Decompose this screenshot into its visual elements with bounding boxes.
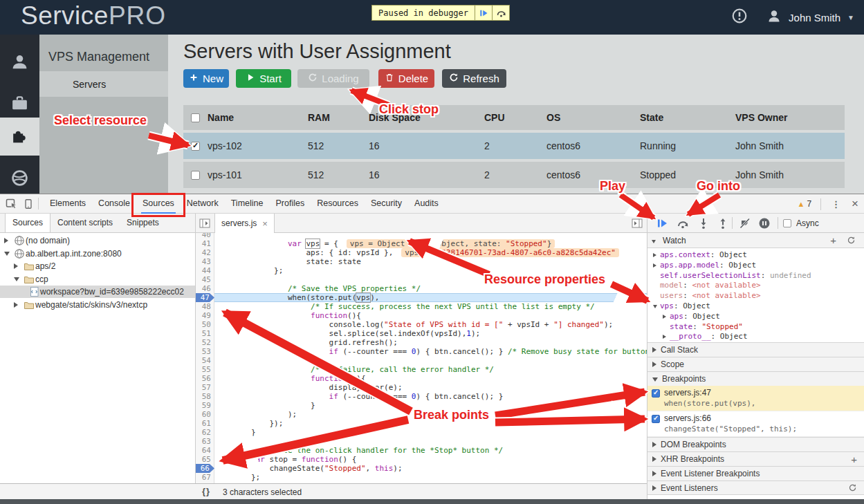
row-checkbox[interactable] xyxy=(191,171,200,180)
column-header[interactable]: State xyxy=(640,112,735,123)
chevron-right-icon[interactable] xyxy=(14,302,18,308)
step-over-icon[interactable] xyxy=(677,217,689,230)
line-number[interactable]: 56 xyxy=(196,374,211,383)
line-number[interactable]: 62 xyxy=(196,428,211,437)
warning-count[interactable]: 7 xyxy=(807,199,811,209)
column-header[interactable]: OS xyxy=(546,112,640,123)
sidebar-icon-users[interactable] xyxy=(0,43,39,81)
devtools-tab-profiles[interactable]: Profiles xyxy=(269,194,311,214)
code-line-55[interactable]: /* If failure, call the error handler */ xyxy=(214,365,647,374)
code-line-62[interactable]: } xyxy=(214,428,647,437)
device-toolbar-icon[interactable] xyxy=(22,198,35,210)
chevron-right-icon[interactable] xyxy=(14,263,18,269)
subtab-sources[interactable]: Sources xyxy=(5,214,50,232)
start-button[interactable]: Start xyxy=(236,69,291,88)
section-event-listeners[interactable]: Event Listeners xyxy=(647,480,864,495)
code-line-66[interactable]: changeState("Stopped", this); xyxy=(214,464,647,473)
line-number[interactable]: 67 xyxy=(196,473,211,482)
line-number[interactable]: 59 xyxy=(196,401,211,410)
line-number[interactable]: 64 xyxy=(196,446,211,455)
tree-item[interactable]: ccp xyxy=(0,273,196,286)
devtools-tab-console[interactable]: Console xyxy=(92,194,136,214)
column-header[interactable]: RAM xyxy=(308,112,369,123)
add-icon[interactable]: + xyxy=(851,454,857,465)
watch-expression[interactable]: users: <not available> xyxy=(653,291,761,301)
column-header[interactable]: VPS Owner xyxy=(735,112,845,123)
code-line-41[interactable]: var vps = {vps = Object {aps: Object, st… xyxy=(214,239,647,248)
pause-on-exceptions-icon[interactable] xyxy=(758,217,771,230)
code-line-49[interactable]: function(){ xyxy=(214,311,647,320)
line-number[interactable]: 45 xyxy=(196,275,211,284)
brand-logo[interactable]: ServicePRO xyxy=(21,1,166,30)
new-button[interactable]: New xyxy=(183,69,229,88)
watch-expression[interactable]: state: "Stopped" xyxy=(663,322,743,332)
watch-expression[interactable]: self.userSelectionList: undefined xyxy=(653,271,811,281)
row-checkbox[interactable] xyxy=(191,142,200,151)
line-number[interactable]: 49 xyxy=(196,311,211,320)
debugger-step-over-button[interactable] xyxy=(493,5,510,21)
code-line-42[interactable]: aps: { id: vpsId },vpsId = "38146701-73a… xyxy=(214,248,647,257)
tree-item[interactable]: ab.albert.ap.int.zone:8080 xyxy=(0,248,196,260)
code-line-57[interactable]: displayError(e); xyxy=(214,383,647,392)
code-line-48[interactable]: /* If success, process the next VPS unti… xyxy=(214,302,647,311)
code-line-54[interactable]: }, xyxy=(214,356,647,365)
sidebar-icon-briefcase[interactable] xyxy=(0,84,39,122)
subtab-snippets[interactable]: Snippets xyxy=(120,214,166,232)
tree-item[interactable]: workspace?bw_id=639e9858222ecc02 xyxy=(0,286,196,298)
breakpoint-entry[interactable]: servers.js:47when(store.put(vps), xyxy=(647,386,864,411)
alert-icon[interactable] xyxy=(732,8,747,26)
line-number[interactable]: 42 xyxy=(196,248,211,257)
line-number[interactable]: 65 xyxy=(196,455,211,464)
watch-expression[interactable]: vps: Object xyxy=(653,301,710,311)
inspect-element-icon[interactable] xyxy=(5,198,17,210)
refresh-watch-icon[interactable] xyxy=(847,236,856,247)
close-tab-icon[interactable]: × xyxy=(262,218,268,229)
line-number[interactable]: 52 xyxy=(196,338,211,347)
watch-expression[interactable]: __proto__: Object xyxy=(663,332,748,342)
code-line-65[interactable]: var stop = function() { xyxy=(214,455,647,464)
line-number[interactable]: 53 xyxy=(196,347,211,356)
table-row-vps-102[interactable]: vps-102512162centos6RunningJohn Smith xyxy=(183,133,845,159)
watch-expression[interactable]: aps: Object xyxy=(663,312,720,321)
devtools-tab-audits[interactable]: Audits xyxy=(408,194,445,214)
sidebar-icon-puzzle[interactable] xyxy=(0,118,39,156)
watch-expression[interactable]: aps.context: Object xyxy=(653,250,747,260)
line-number[interactable]: 46 xyxy=(196,284,211,293)
devtools-tab-security[interactable]: Security xyxy=(365,194,408,214)
line-number[interactable]: 40 xyxy=(196,233,211,239)
section-xhr-breakpoints[interactable]: XHR Breakpoints+ xyxy=(647,451,864,466)
resume-icon[interactable] xyxy=(656,217,668,230)
line-number[interactable]: 44 xyxy=(196,266,211,275)
sidebar-item-servers[interactable]: Servers xyxy=(39,71,168,97)
line-number[interactable]: 55 xyxy=(196,365,211,374)
add-watch-icon[interactable]: + xyxy=(830,234,836,246)
chevron-right-icon[interactable] xyxy=(4,238,8,243)
step-into-icon[interactable] xyxy=(697,217,710,230)
tree-item[interactable]: aps/2 xyxy=(0,260,196,272)
line-number[interactable]: 61 xyxy=(196,419,211,428)
file-tab-servers-js[interactable]: servers.js× xyxy=(214,214,275,233)
section-call-stack[interactable]: Call Stack xyxy=(647,342,864,357)
deactivate-breakpoints-icon[interactable] xyxy=(739,217,751,230)
chevron-down-icon[interactable] xyxy=(14,277,19,281)
section-breakpoints[interactable]: Breakpoints xyxy=(647,371,864,386)
line-number[interactable]: 50 xyxy=(196,320,211,329)
code-line-58[interactable]: if (--counter === 0) { btn.cancel(); } xyxy=(214,392,647,401)
section-event-listener-breakpoints[interactable]: Event Listener Breakpoints xyxy=(647,466,864,480)
code-line-47[interactable]: when(store.put(vps), xyxy=(214,293,647,302)
breakpoint-checkbox[interactable] xyxy=(652,389,660,398)
show-drawer-icon[interactable] xyxy=(632,218,643,229)
devtools-tab-sources[interactable]: Sources xyxy=(136,194,181,214)
tree-item[interactable]: (no domain) xyxy=(0,234,196,247)
warning-icon[interactable]: ▲ xyxy=(797,200,805,208)
code-line-63[interactable] xyxy=(214,437,647,446)
sidebar-icon-globe[interactable] xyxy=(0,159,39,197)
user-menu[interactable]: John Smith xyxy=(789,12,840,24)
devtools-close-icon[interactable]: × xyxy=(852,197,858,211)
step-out-icon[interactable] xyxy=(717,217,729,230)
code-line-67[interactable]: }; xyxy=(214,473,647,482)
line-number[interactable]: 60 xyxy=(196,410,211,419)
code-line-52[interactable]: grid.refresh(); xyxy=(214,338,647,347)
line-number[interactable]: 48 xyxy=(196,302,211,311)
async-checkbox[interactable] xyxy=(783,219,791,227)
